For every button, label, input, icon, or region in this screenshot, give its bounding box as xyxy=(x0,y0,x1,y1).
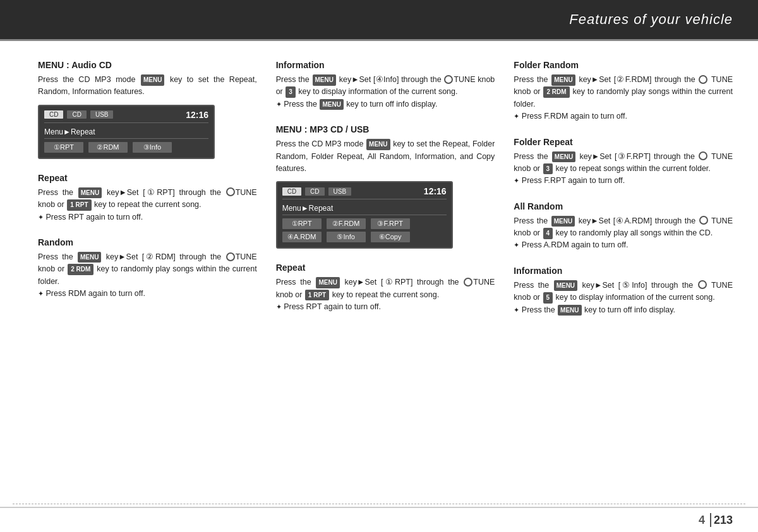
section-information: Information Press the MENU key►Set [④Inf… xyxy=(276,60,495,110)
tune-knob-repeat2 xyxy=(464,278,472,287)
section-title-repeat2: Repeat xyxy=(276,263,495,273)
section-text-folder-repeat: Press the MENU key►Set [③F.RPT] through … xyxy=(514,151,733,187)
section-random: Random Press the MENU key►Set [②RDM] thr… xyxy=(38,237,257,300)
section-information2: Information Press the MENU key►Set [⑤Inf… xyxy=(514,266,733,316)
section-title-information: Information xyxy=(276,60,495,70)
screen-tab-cd1: CD xyxy=(44,110,63,119)
page-divider xyxy=(710,513,711,527)
screen-item-rpt: ①RPT xyxy=(44,142,83,153)
badge-menu-repeat: MENU xyxy=(78,187,102,199)
badge-menu-info2: MENU xyxy=(320,99,343,110)
badge-menu-info4: MENU xyxy=(558,305,581,316)
tune-knob-frdm xyxy=(699,75,707,84)
column-left: MENU : Audio CD Press the CD MP3 mode ME… xyxy=(38,60,257,330)
page-number: 4 213 xyxy=(699,513,733,527)
screen-menu-2: Menu►Repeat xyxy=(282,202,447,215)
section-title-all-random: All Random xyxy=(514,201,733,211)
screen-audio-cd: CD CD USB 12:16 Menu►Repeat ①RPT ②RDM ③I… xyxy=(38,105,215,159)
screen-top-1: CD CD USB 12:16 xyxy=(44,110,208,123)
badge-menu-info3: MENU xyxy=(554,280,577,292)
screen-top-2: CD CD USB 12:16 xyxy=(282,186,447,199)
badge-menu: MENU xyxy=(141,74,164,86)
section-text-information: Press the MENU key►Set [④Info] through t… xyxy=(276,74,495,110)
screen-tabs-1: CD CD USB xyxy=(44,110,113,119)
screen-item-info2: ⑤Info xyxy=(327,232,366,242)
screen-row-1: ①RPT ②RDM ③Info xyxy=(44,141,208,154)
screen-row-3: ④A.RDM ⑤Info ⑥Copy xyxy=(282,230,447,244)
tune-knob-ardm xyxy=(699,216,708,225)
footer: 4 213 xyxy=(0,504,758,532)
screen-mp3: CD CD USB 12:16 Menu►Repeat ①RPT ②F.RDM … xyxy=(276,181,453,249)
page-num-value: 213 xyxy=(714,514,733,527)
badge-4-ardm: 4 xyxy=(543,228,553,239)
section-title-information2: Information xyxy=(514,266,733,276)
tune-knob-info2 xyxy=(698,280,707,289)
section-text-repeat: Press the MENU key►Set [①RPT] through th… xyxy=(38,187,257,223)
tune-knob-repeat xyxy=(226,187,235,196)
badge-2rdm2: 2 RDM xyxy=(543,86,569,98)
section-repeat2: Repeat Press the MENU key►Set [①RPT] thr… xyxy=(276,263,495,313)
header: Features of your vehicle xyxy=(0,0,758,39)
main-content: MENU : Audio CD Press the CD MP3 mode ME… xyxy=(0,41,758,343)
footer-bottom: 4 213 xyxy=(0,508,758,532)
badge-3: 3 xyxy=(286,86,296,98)
column-mid: Information Press the MENU key►Set [④Inf… xyxy=(276,60,495,330)
screen-tab-cd2: CD xyxy=(67,110,86,119)
badge-menu-random: MENU xyxy=(78,252,101,263)
column-right: Folder Random Press the MENU key►Set [②F… xyxy=(514,60,733,330)
screen-tabs-2: CD CD USB xyxy=(282,187,351,196)
section-title-random: Random xyxy=(38,237,257,247)
screen-time-2: 12:16 xyxy=(424,186,447,196)
page-title: Features of your vehicle xyxy=(569,11,733,28)
tune-knob-random xyxy=(226,252,235,261)
screen-row-2: ①RPT ②F.RDM ③F.RPT xyxy=(282,217,447,230)
section-text-all-random: Press the MENU key►Set [④A.RDM] through … xyxy=(514,215,733,252)
screen-item-frdm: ②F.RDM xyxy=(327,218,366,229)
badge-3-frpt: 3 xyxy=(543,163,553,175)
screen-tab-cd4: CD xyxy=(305,187,324,196)
badge-menu-mp3: MENU xyxy=(366,139,390,150)
screen-item-frpt: ③F.RPT xyxy=(371,218,410,229)
section-folder-random: Folder Random Press the MENU key►Set [②F… xyxy=(514,60,733,123)
badge-menu-frdm: MENU xyxy=(551,74,575,86)
badge-menu-repeat2: MENU xyxy=(316,277,339,288)
screen-item-ardm: ④A.RDM xyxy=(282,232,322,242)
screen-tab-cd3: CD xyxy=(282,187,301,196)
tune-knob-info xyxy=(444,75,453,84)
section-title-mp3: MENU : MP3 CD / USB xyxy=(276,124,495,134)
badge-menu-ardm: MENU xyxy=(551,216,575,227)
section-all-random: All Random Press the MENU key►Set [④A.RD… xyxy=(514,201,733,252)
section-text-menu-audio-cd: Press the CD MP3 mode MENU key to set th… xyxy=(38,74,257,98)
section-text-folder-random: Press the MENU key►Set [②F.RDM] through … xyxy=(514,74,733,123)
section-title-folder-repeat: Folder Repeat xyxy=(514,137,733,147)
badge-menu-info: MENU xyxy=(313,74,336,86)
section-repeat: Repeat Press the MENU key►Set [①RPT] thr… xyxy=(38,173,257,223)
section-text-random: Press the MENU key►Set [②RDM] through th… xyxy=(38,251,257,300)
screen-tab-usb2: USB xyxy=(328,187,352,196)
tune-knob-frpt xyxy=(699,151,707,160)
screen-menu-1: Menu►Repeat xyxy=(44,126,208,139)
section-menu-audio-cd: MENU : Audio CD Press the CD MP3 mode ME… xyxy=(38,60,257,159)
screen-tab-usb1: USB xyxy=(90,110,114,119)
badge-5-info: 5 xyxy=(543,292,553,304)
section-menu-mp3: MENU : MP3 CD / USB Press the CD MP3 mod… xyxy=(276,124,495,249)
badge-2rdm: 2 RDM xyxy=(68,264,93,275)
screen-item-rdm: ②RDM xyxy=(88,142,128,153)
screen-time-1: 12:16 xyxy=(186,110,208,120)
section-text-information2: Press the MENU key►Set [⑤Info] through t… xyxy=(514,280,733,316)
screen-item-copy: ⑥Copy xyxy=(371,232,410,242)
badge-1rpt2: 1 RPT xyxy=(305,290,329,301)
screen-item-rpt2: ①RPT xyxy=(282,218,322,229)
section-text-mp3: Press the CD MP3 mode MENU key to set th… xyxy=(276,138,495,175)
screen-item-info: ③Info xyxy=(133,142,172,153)
chapter-number: 4 xyxy=(699,514,705,527)
section-text-repeat2: Press the MENU key►Set [①RPT] through th… xyxy=(276,276,495,313)
section-title-folder-random: Folder Random xyxy=(514,60,733,70)
section-title-menu-audio-cd: MENU : Audio CD xyxy=(38,60,257,70)
badge-1rpt: 1 RPT xyxy=(67,199,91,211)
section-title-repeat: Repeat xyxy=(38,173,257,183)
badge-menu-frpt: MENU xyxy=(552,151,575,163)
section-folder-repeat: Folder Repeat Press the MENU key►Set [③F… xyxy=(514,137,733,187)
